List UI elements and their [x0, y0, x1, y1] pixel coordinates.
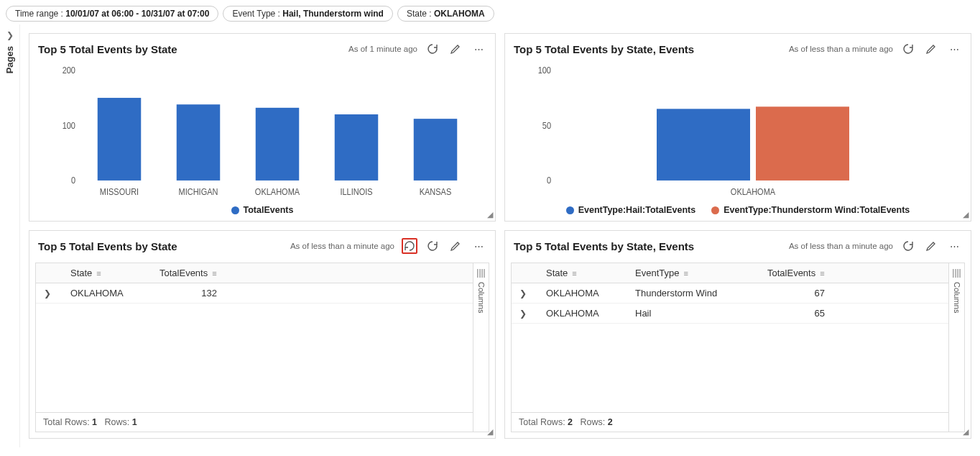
legend-item[interactable]: TotalEvents: [231, 205, 294, 215]
legend-swatch-icon: [566, 206, 574, 214]
svg-rect-9: [335, 114, 379, 181]
more-icon[interactable]: ⋯: [946, 41, 962, 57]
svg-rect-11: [414, 119, 458, 181]
cell-state: OKLAHOMA: [546, 288, 618, 298]
columns-icon: ||||: [476, 268, 485, 278]
expand-row-icon[interactable]: ❯: [42, 288, 53, 298]
svg-text:ILLINOIS: ILLINOIS: [340, 187, 372, 196]
table-row[interactable]: ❯ OKLAHOMA Hail 65: [512, 304, 948, 324]
resize-handle-icon[interactable]: ◢: [487, 210, 493, 219]
bar-chart: 0100200MISSOURIMICHIGANOKLAHOMAILLINOISK…: [29, 60, 495, 202]
expand-row-icon[interactable]: ❯: [517, 309, 529, 319]
tile-top5-state-events-chart: Top 5 Total Events by State, Events As o…: [504, 33, 971, 222]
chevron-right-icon[interactable]: ❯: [0, 30, 19, 46]
refresh-icon[interactable]: [900, 238, 916, 254]
filter-event-type[interactable]: Event Type : Hail, Thunderstorm wind: [223, 6, 393, 22]
tile-status: As of less than a minute ago: [789, 45, 893, 53]
col-menu-icon[interactable]: ≡: [572, 269, 576, 278]
svg-text:100: 100: [538, 66, 551, 76]
cell-type: Hail: [635, 308, 750, 319]
svg-rect-17: [756, 106, 849, 181]
undo-icon[interactable]: [402, 238, 417, 254]
svg-text:OKLAHOMA: OKLAHOMA: [255, 187, 300, 196]
svg-rect-3: [98, 98, 142, 181]
svg-rect-7: [256, 108, 300, 181]
edit-icon[interactable]: [448, 238, 463, 254]
cell-total: 132: [160, 288, 217, 298]
svg-text:50: 50: [542, 121, 551, 130]
filter-value: OKLAHOMA: [434, 9, 485, 19]
refresh-icon[interactable]: [425, 41, 440, 57]
edit-icon[interactable]: [923, 238, 939, 254]
expand-row-icon[interactable]: ❯: [517, 288, 529, 298]
columns-label: Columns: [953, 282, 961, 313]
resize-handle-icon[interactable]: ◢: [487, 427, 493, 437]
table-row[interactable]: ❯ OKLAHOMA 132: [36, 283, 473, 304]
col-menu-icon[interactable]: ≡: [212, 269, 216, 278]
tile-title: Top 5 Total Events by State, Events: [514, 43, 694, 55]
cell-state: OKLAHOMA: [70, 288, 142, 298]
filter-label: Event Type :: [232, 9, 280, 19]
legend-swatch-icon: [231, 206, 239, 214]
col-menu-icon[interactable]: ≡: [820, 269, 824, 278]
svg-text:100: 100: [63, 121, 75, 130]
filter-value: Hail, Thunderstorm wind: [282, 9, 384, 19]
tile-status: As of less than a minute ago: [290, 242, 394, 250]
filter-state[interactable]: State : OKLAHOMA: [397, 6, 494, 22]
table-header: State≡ EventType≡ TotalEvents≡: [512, 263, 948, 283]
legend-swatch-icon: [711, 206, 719, 214]
legend-label: TotalEvents: [244, 205, 294, 215]
filter-value: 10/01/07 at 06:00 - 10/31/07 at 07:00: [65, 9, 209, 19]
filter-time-range[interactable]: Time range : 10/01/07 at 06:00 - 10/31/0…: [6, 6, 218, 22]
resize-handle-icon[interactable]: ◢: [963, 210, 969, 219]
col-total[interactable]: TotalEvents≡: [160, 268, 231, 278]
tile-top5-state-chart: Top 5 Total Events by State As of 1 minu…: [29, 33, 496, 222]
tile-status: As of 1 minute ago: [348, 45, 417, 53]
svg-rect-16: [657, 109, 750, 181]
columns-label: Columns: [477, 282, 486, 313]
columns-panel-toggle[interactable]: |||| Columns: [473, 263, 489, 432]
columns-icon: ||||: [952, 268, 961, 278]
filter-label: State :: [407, 9, 432, 19]
pages-sidebar[interactable]: ❯ Pages: [0, 24, 20, 447]
col-state[interactable]: State≡: [70, 268, 142, 278]
edit-icon[interactable]: [448, 41, 463, 57]
edit-icon[interactable]: [923, 41, 939, 57]
col-menu-icon[interactable]: ≡: [683, 269, 688, 278]
svg-text:MICHIGAN: MICHIGAN: [179, 187, 218, 196]
svg-text:200: 200: [63, 66, 75, 76]
cell-total: 65: [767, 308, 825, 319]
columns-panel-toggle[interactable]: |||| Columns: [948, 263, 964, 432]
tile-title: Top 5 Total Events by State: [38, 43, 177, 55]
cell-total: 67: [767, 288, 825, 298]
tile-title: Top 5 Total Events by State, Events: [514, 240, 694, 252]
col-menu-icon[interactable]: ≡: [96, 269, 101, 278]
resize-handle-icon[interactable]: ◢: [963, 427, 969, 437]
svg-rect-5: [177, 104, 221, 181]
cell-type: Thunderstorm Wind: [635, 288, 750, 298]
svg-text:0: 0: [71, 176, 75, 186]
more-icon[interactable]: ⋯: [471, 41, 486, 57]
legend-item[interactable]: EventType:Hail:TotalEvents: [566, 205, 695, 215]
col-total[interactable]: TotalEvents≡: [767, 268, 839, 278]
more-icon[interactable]: ⋯: [471, 238, 486, 254]
filters-bar: Time range : 10/01/07 at 06:00 - 10/31/0…: [0, 0, 980, 24]
legend-item[interactable]: EventType:Thunderstorm Wind:TotalEvents: [711, 205, 910, 215]
refresh-icon[interactable]: [900, 41, 916, 57]
table-header: State≡ TotalEvents≡: [36, 263, 473, 283]
col-state[interactable]: State≡: [546, 268, 618, 278]
table-row[interactable]: ❯ OKLAHOMA Thunderstorm Wind 67: [512, 283, 948, 304]
table-footer: Total Rows: 2 Rows: 2: [512, 412, 948, 432]
tile-top5-state-events-table: Top 5 Total Events by State, Events As o…: [504, 230, 971, 439]
refresh-icon[interactable]: [425, 238, 440, 254]
bar-chart: 050100OKLAHOMA: [505, 60, 971, 202]
col-type[interactable]: EventType≡: [635, 268, 750, 278]
tile-status: As of less than a minute ago: [789, 242, 893, 250]
legend-label: EventType:Thunderstorm Wind:TotalEvents: [724, 205, 910, 215]
filter-label: Time range :: [15, 9, 63, 19]
more-icon[interactable]: ⋯: [946, 238, 962, 254]
cell-state: OKLAHOMA: [546, 308, 618, 319]
svg-text:KANSAS: KANSAS: [420, 187, 452, 196]
legend-label: EventType:Hail:TotalEvents: [578, 205, 695, 215]
svg-text:0: 0: [547, 176, 551, 186]
